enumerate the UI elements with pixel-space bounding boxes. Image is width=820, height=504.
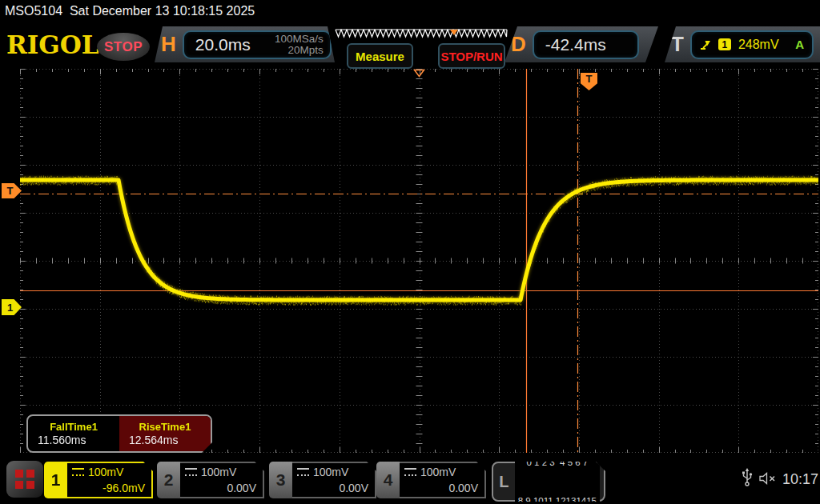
waveform-overview-zigzag [336, 30, 507, 37]
dc-coupling-icon [297, 468, 309, 476]
measurement-name: FallTime1 [28, 421, 119, 433]
measurement-results-box: FallTime1 11.560ms RiseTime1 12.564ms [26, 414, 212, 453]
trigger-sweep-mode: A [795, 38, 804, 51]
measurement-value: 12.564ms [119, 434, 211, 446]
logic-tab[interactable]: L [493, 473, 515, 491]
channel-2-info: 100mV 0.00V [180, 462, 264, 498]
channel-offset: 0.00V [185, 482, 256, 494]
usb-icon [742, 468, 753, 487]
channel-4-info: 100mV 0.00V [400, 462, 486, 498]
dc-coupling-icon [404, 468, 416, 476]
delay-value: -42.4ms [545, 35, 606, 54]
measurement-name: RiseTime1 [119, 421, 211, 433]
delay-label: D [504, 32, 533, 57]
stop-run-button[interactable]: STOP/RUN [438, 43, 505, 69]
channel-2-block[interactable]: 2 100mV 0.00V [157, 462, 264, 498]
horizontal-settings-block[interactable]: H 20.0ms 100MSa/s 20Mpts [155, 26, 335, 62]
clock: 10:17 [782, 471, 818, 488]
timebase-box[interactable]: 20.0ms 100MSa/s 20Mpts [183, 30, 332, 59]
channel-scale: 100mV [88, 466, 123, 478]
logic-row-1: 0 1 2 3 4 5 6 7 [518, 456, 597, 469]
channel-1-position-marker[interactable]: 1 [2, 299, 22, 315]
waveform-display[interactable] [20, 69, 818, 453]
channel-scale: 100mV [420, 466, 456, 478]
channel-status-bar: 1 100mV -96.0mV 2 100mV 0.00V 3 100mV 0.… [0, 458, 820, 504]
sample-rate: 100MSa/s [275, 34, 324, 45]
horizontal-label: H [155, 32, 183, 57]
channel-3-tab[interactable]: 3 [269, 462, 292, 498]
channel-4-block[interactable]: 4 100mV 0.00V [376, 462, 486, 498]
sound-muted-icon [758, 472, 778, 485]
memory-position-bar[interactable] [335, 29, 508, 40]
measurement-cell-risetime[interactable]: RiseTime1 12.564ms [119, 416, 211, 451]
menu-grid-square [26, 481, 34, 489]
measure-button[interactable]: Measure [347, 43, 413, 69]
rising-edge-icon [700, 38, 711, 50]
channel-4-tab[interactable]: 4 [376, 462, 400, 498]
channel-scale: 100mV [201, 466, 236, 478]
oscilloscope-screen: MSO5104 Sat December 13 10:18:15 2025 RI… [0, 0, 820, 504]
trigger-level-marker[interactable]: T [2, 183, 22, 198]
menu-grid-square [15, 470, 23, 478]
trigger-box[interactable]: 1 248mV A [690, 30, 814, 59]
trigger-block[interactable]: T 1 248mV A [665, 26, 820, 62]
delay-box[interactable]: -42.4ms [533, 30, 639, 59]
run-state-indicator: STOP [97, 33, 150, 61]
menu-grid-button[interactable] [6, 461, 43, 498]
delay-block[interactable]: D -42.4ms [504, 26, 658, 62]
header-bar: RIGOL STOP H 20.0ms 100MSa/s 20Mpts Meas… [0, 24, 820, 67]
menu-grid-square [26, 470, 34, 478]
trigger-level-value: 248mV [738, 38, 779, 52]
channel-3-block[interactable]: 3 100mV 0.00V [269, 462, 376, 498]
channel-offset: 0.00V [404, 482, 478, 494]
channel-offset: 0.00V [297, 482, 368, 494]
logic-row-2: 8 9 1011 12131415 [518, 494, 597, 504]
dc-coupling-icon [72, 468, 84, 476]
window-titlebar: MSO5104 Sat December 13 10:18:15 2025 [5, 4, 255, 18]
menu-grid-square [15, 481, 23, 489]
measurement-value: 11.560ms [28, 434, 119, 446]
channel-1-block[interactable]: 1 100mV -96.0mV [44, 462, 153, 498]
logic-channels-block[interactable]: L 0 1 2 3 4 5 6 7 8 9 1011 12131415 [492, 462, 605, 502]
memory-depth: 20Mpts [275, 45, 324, 56]
trigger-source-badge: 1 [718, 38, 731, 50]
channel-2-tab[interactable]: 2 [157, 462, 180, 498]
rigol-logo: RIGOL [6, 30, 99, 59]
channel-1-tab[interactable]: 1 [44, 462, 67, 498]
channel-offset: -96.0mV [72, 482, 145, 494]
channel-1-info: 100mV -96.0mV [67, 462, 153, 498]
trigger-label: T [665, 32, 690, 57]
channel-3-info: 100mV 0.00V [292, 462, 376, 498]
acquisition-info: 100MSa/s 20Mpts [275, 34, 324, 56]
dc-coupling-icon [185, 468, 197, 476]
measurement-cell-falltime[interactable]: FallTime1 11.560ms [28, 416, 119, 451]
channel-scale: 100mV [313, 466, 348, 478]
timebase-value: 20.0ms [195, 35, 251, 54]
